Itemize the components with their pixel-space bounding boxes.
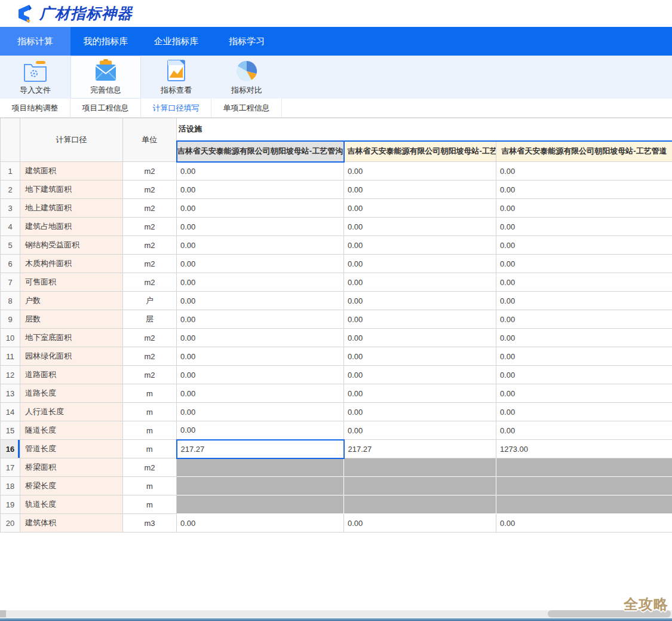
value-cell[interactable]: 0.00 [496, 329, 672, 347]
value-cell[interactable]: 0.00 [177, 273, 344, 292]
column-header-project-3[interactable]: 吉林省天安泰能源有限公司朝阳坡母站-工艺管道 [496, 141, 672, 162]
view-indicator-button[interactable]: 指标查看 [141, 56, 211, 99]
caliber-name-cell: 钢结构受益面积 [20, 236, 123, 255]
value-cell [177, 477, 344, 495]
value-cell[interactable]: 0.00 [344, 181, 496, 199]
value-cell[interactable]: 0.00 [344, 199, 496, 218]
value-cell[interactable]: 0.00 [344, 403, 496, 421]
value-cell [496, 495, 672, 514]
import-file-button[interactable]: 导入文件 [0, 56, 70, 99]
table-row: 5钢结构受益面积m20.000.000.00 [1, 236, 672, 255]
app-logo: 广材指标神器 [14, 4, 133, 24]
group-header: 活设施 [177, 118, 672, 141]
value-cell[interactable]: 0.00 [177, 347, 344, 366]
value-cell[interactable]: 0.00 [344, 292, 496, 310]
caliber-name-cell: 地上建筑面积 [20, 199, 123, 218]
value-cell[interactable]: 0.00 [344, 347, 496, 366]
caliber-name-cell: 地下室底面积 [20, 329, 123, 347]
value-cell[interactable]: 0.00 [177, 384, 344, 403]
unit-header: 单位 [123, 118, 177, 162]
value-cell[interactable]: 0.00 [496, 236, 672, 255]
value-cell[interactable]: 0.00 [177, 255, 344, 273]
table-row: 18桥梁长度m [1, 477, 672, 495]
value-cell[interactable]: 0.00 [344, 329, 496, 347]
row-number-cell: 7 [1, 273, 20, 292]
table-row: 19轨道长度m [1, 495, 672, 514]
row-number-cell: 2 [1, 181, 20, 199]
value-cell[interactable]: 0.00 [177, 292, 344, 310]
value-cell[interactable]: 0.00 [177, 329, 344, 347]
value-cell[interactable]: 0.00 [496, 292, 672, 310]
table-row: 10地下室底面积m20.000.000.00 [1, 329, 672, 347]
value-cell[interactable]: 0.00 [177, 199, 344, 218]
caliber-name-cell: 建筑占地面积 [20, 218, 123, 236]
table-body: 1建筑面积m20.000.000.002地下建筑面积m20.000.000.00… [1, 162, 672, 533]
row-number-cell: 16 [1, 440, 20, 458]
value-cell[interactable]: 0.00 [344, 366, 496, 384]
unit-cell: 层 [123, 310, 177, 329]
value-cell[interactable]: 0.00 [496, 403, 672, 421]
value-cell[interactable]: 0.00 [344, 384, 496, 403]
value-cell[interactable]: 217.27 [344, 440, 496, 458]
value-cell[interactable]: 0.00 [344, 421, 496, 440]
nav-tab-enterprise-library[interactable]: 企业指标库 [141, 27, 211, 56]
unit-cell: m2 [123, 181, 177, 199]
value-cell[interactable]: 0.00 [177, 366, 344, 384]
logo-cube-icon [14, 4, 35, 24]
value-cell[interactable]: 0.00 [496, 255, 672, 273]
value-cell[interactable]: 0.00 [496, 384, 672, 403]
value-cell[interactable]: 0.00 [496, 218, 672, 236]
value-cell[interactable]: 0.00 [496, 310, 672, 329]
import-file-icon [22, 59, 48, 83]
value-cell[interactable]: 0.00 [344, 310, 496, 329]
complete-info-button[interactable]: 完善信息 [70, 56, 141, 99]
horizontal-scrollbar[interactable] [0, 610, 672, 617]
value-cell[interactable]: 0.00 [344, 162, 496, 181]
value-cell[interactable]: 0.00 [496, 162, 672, 181]
subtab-project-structure[interactable]: 项目结构调整 [0, 99, 70, 117]
value-cell[interactable]: 217.27 [177, 440, 344, 458]
complete-info-icon [93, 59, 119, 83]
value-cell[interactable]: 0.00 [344, 218, 496, 236]
row-number-cell: 6 [1, 255, 20, 273]
value-cell[interactable]: 0.00 [496, 421, 672, 440]
value-cell[interactable]: 0.00 [344, 273, 496, 292]
value-cell[interactable]: 0.00 [496, 199, 672, 218]
value-cell[interactable]: 0.00 [496, 366, 672, 384]
value-cell[interactable]: 0.00 [177, 218, 344, 236]
value-cell[interactable]: 0.00 [344, 514, 496, 533]
value-cell[interactable]: 0.00 [344, 236, 496, 255]
column-header-project-2[interactable]: 吉林省天安泰能源有限公司朝阳坡母站-工艺... [344, 141, 496, 162]
value-cell [177, 458, 344, 477]
nav-tab-indicator-learning[interactable]: 指标学习 [211, 27, 282, 56]
row-number-cell: 11 [1, 347, 20, 366]
value-cell[interactable]: 0.00 [177, 181, 344, 199]
row-number-cell: 4 [1, 218, 20, 236]
value-cell[interactable]: 1273.00 [496, 440, 672, 458]
subtab-project-info[interactable]: 项目工程信息 [70, 99, 141, 117]
value-cell[interactable]: 0.00 [177, 310, 344, 329]
column-header-project-1[interactable]: 吉林省天安泰能源有限公司朝阳坡母站-工艺管沟 [177, 141, 344, 162]
value-cell[interactable]: 0.00 [496, 181, 672, 199]
caliber-name-cell: 园林绿化面积 [20, 347, 123, 366]
compare-indicator-button[interactable]: 指标对比 [211, 56, 282, 99]
subtab-calc-caliber[interactable]: 计算口径填写 [141, 99, 211, 117]
value-cell[interactable]: 0.00 [177, 514, 344, 533]
value-cell[interactable]: 0.00 [496, 514, 672, 533]
value-cell[interactable]: 0.00 [177, 403, 344, 421]
value-cell[interactable]: 0.00 [496, 273, 672, 292]
nav-tab-my-library[interactable]: 我的指标库 [70, 27, 141, 56]
caliber-name-cell: 轨道长度 [20, 495, 123, 514]
value-cell[interactable]: 0.00 [177, 162, 344, 181]
value-cell[interactable]: 0.00 [177, 421, 344, 440]
caliber-name-cell: 层数 [20, 310, 123, 329]
table-row: 7可售面积m20.000.000.00 [1, 273, 672, 292]
subtab-single-project-info[interactable]: 单项工程信息 [211, 99, 282, 117]
value-cell[interactable]: 0.00 [177, 236, 344, 255]
complete-info-label: 完善信息 [90, 85, 121, 96]
nav-tab-indicator-calc[interactable]: 指标计算 [0, 27, 70, 56]
table-row: 15隧道长度m0.000.000.00 [1, 421, 672, 440]
value-cell[interactable]: 0.00 [344, 255, 496, 273]
table-row: 3地上建筑面积m20.000.000.00 [1, 199, 672, 218]
value-cell[interactable]: 0.00 [496, 347, 672, 366]
